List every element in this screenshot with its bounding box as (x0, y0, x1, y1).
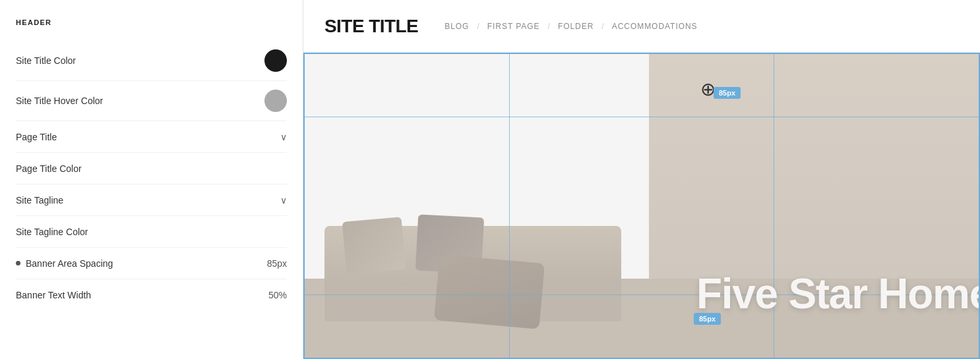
setting-value-banner-area-spacing: 85px (267, 258, 287, 269)
site-title: SITE TITLE (324, 16, 418, 37)
setting-label-site-title-hover-color: Site Title Hover Color (16, 96, 103, 106)
setting-label-banner-text-width: Banner Text Width (16, 290, 91, 300)
label-text-site-title-hover-color: Site Title Hover Color (16, 96, 103, 106)
label-text-page-title: Page Title (16, 132, 57, 142)
nav-separator: / (601, 22, 603, 31)
spacing-badge-top: 85px (714, 87, 741, 99)
setting-value-banner-text-width: 50% (268, 290, 287, 300)
label-text-site-title-color: Site Title Color (16, 55, 76, 66)
setting-row-site-tagline-color: Site Tagline Color (16, 216, 287, 248)
color-swatch-site-title-color[interactable] (264, 49, 287, 72)
setting-label-site-tagline: Site Tagline (16, 195, 63, 206)
chevron-down-icon[interactable]: ∨ (280, 132, 287, 142)
setting-label-page-title-color: Page Title Color (16, 163, 82, 174)
setting-row-page-title: Page Title∨ (16, 121, 287, 153)
nav-link-accommodations[interactable]: ACCOMMODATIONS (612, 22, 698, 31)
setting-label-site-title-color: Site Title Color (16, 55, 76, 66)
preview-nav: SITE TITLE BLOG/FIRST PAGE/FOLDER/ACCOMM… (303, 0, 980, 53)
nav-link-first-page[interactable]: FIRST PAGE (487, 22, 540, 31)
setting-row-banner-area-spacing: Banner Area Spacing85px (16, 248, 287, 279)
setting-row-banner-text-width: Banner Text Width50% (16, 279, 287, 311)
setting-row-page-title-color: Page Title Color (16, 153, 287, 184)
nav-link-blog[interactable]: BLOG (444, 22, 469, 31)
blanket (434, 254, 545, 329)
nav-separator: / (548, 22, 550, 31)
nav-separator: / (477, 22, 479, 31)
guide-line-vertical-left (509, 54, 510, 358)
pillow-1 (342, 217, 406, 275)
setting-label-site-tagline-color: Site Tagline Color (16, 227, 88, 237)
setting-row-site-tagline: Site Tagline∨ (16, 184, 287, 216)
guide-line-horizontal-top (305, 117, 979, 117)
color-swatch-site-title-hover-color[interactable] (264, 90, 287, 112)
chevron-down-icon[interactable]: ∨ (280, 195, 287, 206)
nav-links: BLOG/FIRST PAGE/FOLDER/ACCOMMODATIONS (444, 22, 697, 31)
settings-panel: HEADER Site Title ColorSite Title Hover … (0, 0, 303, 359)
label-text-site-tagline: Site Tagline (16, 195, 63, 206)
setting-label-page-title: Page Title (16, 132, 57, 142)
label-text-banner-area-spacing: Banner Area Spacing (26, 258, 113, 269)
setting-label-banner-area-spacing: Banner Area Spacing (16, 258, 113, 269)
preview-banner: ⊕ 85px 85px Five Star Home (303, 53, 980, 359)
active-bullet-icon (16, 261, 20, 265)
section-header: HEADER (16, 18, 287, 26)
preview-panel: SITE TITLE BLOG/FIRST PAGE/FOLDER/ACCOMM… (303, 0, 980, 359)
label-text-page-title-color: Page Title Color (16, 163, 82, 174)
setting-row-site-title-color: Site Title Color (16, 41, 287, 81)
nav-link-folder[interactable]: FOLDER (558, 22, 594, 31)
setting-row-site-title-hover-color: Site Title Hover Color (16, 81, 287, 121)
banner-page-title: Five Star Home (696, 269, 980, 318)
label-text-banner-text-width: Banner Text Width (16, 290, 91, 300)
label-text-site-tagline-color: Site Tagline Color (16, 227, 88, 237)
